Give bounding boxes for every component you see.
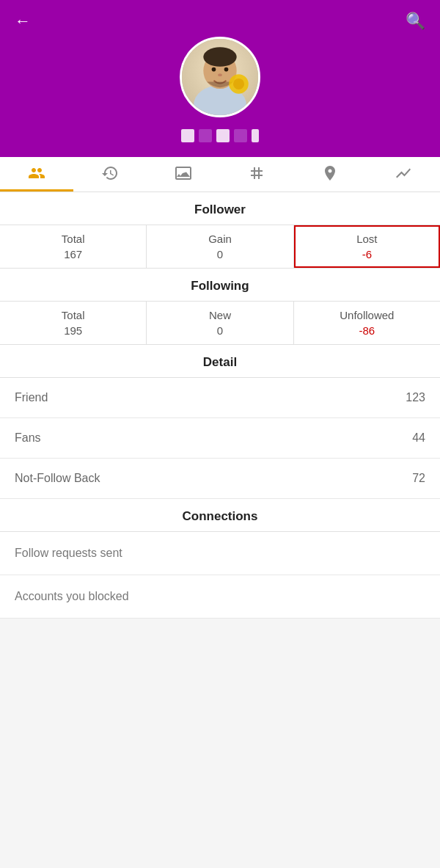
- tab-media[interactable]: [147, 164, 220, 192]
- following-unfollowed-cell[interactable]: Unfollowed -86: [294, 302, 440, 344]
- follower-gain-cell[interactable]: Gain 0: [147, 225, 293, 268]
- follower-section: Follower Total 167 Gain 0 Lost -6: [0, 192, 440, 269]
- follower-total-label: Total: [6, 233, 140, 245]
- tab-hashtag[interactable]: [220, 164, 293, 192]
- svg-point-4: [212, 68, 216, 72]
- tab-analytics[interactable]: [367, 164, 440, 192]
- following-new-value: 0: [153, 324, 287, 337]
- avatar: [180, 37, 260, 117]
- friend-value: 123: [406, 391, 425, 404]
- story-dot-2: [199, 129, 212, 142]
- following-unfollowed-label: Unfollowed: [300, 309, 434, 321]
- follow-requests-label: Follow requests sent: [15, 547, 122, 560]
- follower-lost-cell[interactable]: Lost -6: [294, 225, 440, 268]
- back-button[interactable]: ←: [15, 12, 31, 31]
- following-total-cell[interactable]: Total 195: [0, 302, 147, 344]
- fans-value: 44: [412, 431, 425, 445]
- fans-label: Fans: [15, 431, 41, 445]
- svg-point-5: [224, 68, 229, 72]
- detail-row-fans[interactable]: Fans 44: [0, 418, 440, 459]
- follower-title: Follower: [0, 192, 440, 225]
- tab-history[interactable]: [73, 164, 147, 192]
- following-new-label: New: [153, 309, 287, 321]
- svg-point-6: [218, 73, 222, 76]
- follower-lost-label: Lost: [300, 233, 434, 245]
- detail-section: Detail Friend 123 Fans 44 Not-Follow Bac…: [0, 345, 440, 499]
- following-section: Following Total 195 New 0 Unfollowed -86: [0, 269, 440, 345]
- follower-lost-value: -6: [300, 248, 434, 260]
- follower-total-value: 167: [6, 248, 140, 260]
- connections-section: Connections Follow requests sent Account…: [0, 499, 440, 619]
- search-button[interactable]: 🔍: [406, 12, 425, 31]
- follower-stats-grid: Total 167 Gain 0 Lost -6: [0, 225, 440, 269]
- following-total-value: 195: [6, 324, 140, 337]
- friend-label: Friend: [15, 391, 48, 404]
- follower-gain-label: Gain: [153, 233, 287, 245]
- story-dot-3: [216, 129, 230, 142]
- following-stats-grid: Total 195 New 0 Unfollowed -86: [0, 301, 440, 345]
- connection-row-follow-requests[interactable]: Follow requests sent: [0, 532, 440, 575]
- connections-title: Connections: [0, 499, 440, 531]
- tab-location[interactable]: [293, 164, 367, 192]
- following-new-cell[interactable]: New 0: [147, 302, 293, 344]
- profile-header: ← 🔍: [0, 0, 440, 157]
- following-title: Following: [0, 269, 440, 301]
- follower-gain-value: 0: [153, 248, 287, 260]
- tab-followers[interactable]: [0, 164, 73, 192]
- story-dot-1: [181, 129, 194, 142]
- tab-bar: [0, 157, 440, 192]
- detail-row-not-follow-back[interactable]: Not-Follow Back 72: [0, 459, 440, 499]
- connection-row-blocked[interactable]: Accounts you blocked: [0, 575, 440, 619]
- svg-point-8: [233, 79, 244, 90]
- not-follow-back-label: Not-Follow Back: [15, 472, 100, 485]
- following-unfollowed-value: -86: [300, 324, 434, 337]
- not-follow-back-value: 72: [412, 472, 425, 485]
- top-navigation: ← 🔍: [0, 0, 440, 37]
- following-total-label: Total: [6, 309, 140, 321]
- svg-point-3: [203, 47, 236, 66]
- detail-title: Detail: [0, 345, 440, 377]
- detail-row-friend[interactable]: Friend 123: [0, 378, 440, 418]
- main-content: Follower Total 167 Gain 0 Lost -6 Follow…: [0, 192, 440, 619]
- story-dot-4: [234, 129, 247, 142]
- follower-total-cell[interactable]: Total 167: [0, 225, 147, 268]
- story-dot-5: [252, 129, 259, 142]
- blocked-label: Accounts you blocked: [15, 590, 129, 603]
- avatar-image: [182, 39, 258, 115]
- story-indicators: [181, 129, 259, 142]
